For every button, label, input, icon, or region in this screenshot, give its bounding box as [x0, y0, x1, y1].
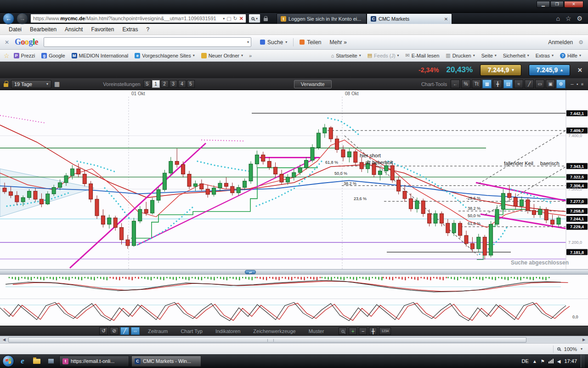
window-minimize-button[interactable]: ▁ [537, 1, 550, 8]
link-drucken[interactable]: ▥Drucken▾ [442, 51, 478, 61]
preset-button-s[interactable]: S [143, 80, 151, 88]
google-search-caret-icon[interactable]: ▾ [247, 40, 249, 44]
language-indicator[interactable]: DE [522, 358, 529, 364]
panel-layout-icons[interactable]: ─ ▪ ≡ [571, 82, 584, 86]
windows-explorer-icon[interactable] [31, 356, 43, 367]
taskbar-button-cmc-markets-win[interactable]: CCMC Markets - Win... [131, 356, 201, 367]
search-button[interactable]: ▾ [249, 14, 260, 23]
back-arrow-icon[interactable]: ← [451, 80, 460, 88]
menu-item-extras[interactable]: Extras [118, 25, 142, 34]
home-icon[interactable]: ⌂ [556, 15, 560, 22]
zoom-caret-icon[interactable]: ▾ [581, 347, 582, 351]
settings-gear-icon[interactable]: ⚙ [577, 15, 582, 22]
zoom-out-icon[interactable]: − [359, 328, 367, 335]
scroll-right-arrow[interactable]: ▶ [580, 337, 588, 343]
scrollbar-thumb[interactable] [8, 337, 526, 343]
tab-close-icon[interactable]: ✕ [444, 17, 448, 22]
favorite-vorgeschlagene-sites[interactable]: eVorgeschlagene Sites▾ [131, 51, 198, 61]
back-button[interactable]: ← [3, 13, 14, 24]
anmelden-link[interactable]: Anmelden [548, 39, 573, 46]
measure-icon[interactable]: 1234 [379, 328, 391, 335]
preset-button-4[interactable]: 4 [178, 80, 186, 88]
price-chart[interactable]: 01 Okt08 Okt7.442,17.409,77.400,07.343,1… [0, 90, 588, 269]
fit-view-icon[interactable]: ╋ [369, 328, 377, 335]
internet-explorer-icon[interactable]: e [17, 356, 28, 367]
button-zeichenwerkzeuge[interactable]: Zeichenwerkzeuge [248, 328, 300, 334]
menu-item-ansicht[interactable]: Ansicht [61, 25, 87, 34]
calendar-icon[interactable]: ▦ [54, 80, 60, 87]
chart-lock-icon[interactable] [4, 83, 8, 87]
link-feeds-j[interactable]: ▤Feeds (J)▾ [364, 51, 402, 61]
disable-icon[interactable]: ⊘ [110, 327, 119, 335]
compatibility-icon[interactable]: ▢ [226, 16, 231, 22]
scroll-left-arrow[interactable]: ◀ [0, 337, 8, 343]
stop-icon[interactable]: ✕ [239, 16, 243, 22]
pan-icon[interactable]: ⇔ [131, 327, 140, 335]
taskbar-button-https-email-t-onli[interactable]: thttps://email.t-onli... [59, 356, 129, 367]
link-hilfe[interactable]: ?Hilfe▾ [557, 51, 584, 61]
favorite-google[interactable]: gGoogle [38, 51, 68, 61]
link-e-mail-lesen[interactable]: ✉E-Mail lesen [402, 51, 443, 61]
preset-button-5[interactable]: 5 [187, 80, 195, 88]
add-favorite-icon[interactable]: ☆ [4, 52, 10, 59]
settings-icon[interactable]: ⚙ [556, 80, 565, 88]
link-seite[interactable]: Seite▾ [478, 51, 500, 61]
network-icon[interactable] [548, 359, 554, 363]
font-size-icon[interactable]: Tt [472, 80, 481, 88]
window-close-button[interactable]: ✕ [564, 1, 583, 8]
panel-resize-handle[interactable]: ▴▾ [245, 270, 256, 274]
address-dropdown-icon[interactable]: ▾ [223, 17, 225, 21]
action-center-icon[interactable]: ⚑ [541, 359, 545, 364]
verwandte-button[interactable]: Verwandte [294, 80, 332, 88]
toolbar-close-icon[interactable]: ✕ [5, 39, 9, 46]
draw-icon[interactable]: ╱ [120, 327, 129, 335]
zoom-level[interactable]: 100% [564, 346, 577, 352]
address-bar[interactable]: https://www.mycmc.de/Main.html?launchpoi… [30, 14, 246, 23]
crosshair-icon[interactable]: ╋ [493, 80, 502, 88]
button-indikatoren[interactable]: Indikatoren [210, 328, 245, 334]
favorite-medion-international[interactable]: MMEDION International [68, 51, 132, 61]
trendline-icon[interactable]: ╱ [525, 80, 534, 88]
wrench-icon[interactable]: ⚙ [578, 39, 583, 46]
grid-icon[interactable]: ▦ [482, 80, 492, 88]
teilen-button[interactable]: Teilen [295, 37, 325, 48]
mehr-button[interactable]: Mehr » [326, 37, 351, 48]
show-desktop-button[interactable] [581, 355, 585, 368]
clock[interactable]: 17:47 [564, 358, 577, 364]
favorites-star-icon[interactable]: ☆ [565, 15, 571, 22]
preset-button-3[interactable]: 3 [170, 80, 177, 88]
button-muster[interactable]: Muster [304, 328, 329, 334]
reset-icon[interactable]: ↺ [99, 327, 108, 335]
horizontal-scrollbar[interactable]: ◀ ▶ [0, 336, 588, 343]
preset-button-1[interactable]: 1 [152, 80, 160, 88]
google-search-box[interactable]: ▾ [44, 37, 251, 47]
tab-cmc-markets[interactable]: CCMC Markets✕ [367, 13, 452, 24]
favorite-prezzi[interactable]: PPrezzi [11, 51, 39, 61]
print-icon[interactable]: ▣ [546, 80, 555, 88]
menu-item-item[interactable]: ? [142, 25, 153, 34]
menu-item-bearbeiten[interactable]: Bearbeiten [26, 25, 61, 34]
buy-price-button[interactable]: 7.245,9▴ [529, 64, 570, 76]
percent-icon[interactable]: % [461, 80, 470, 88]
google-search-input[interactable] [46, 39, 247, 46]
shapes-icon[interactable]: ▭ [535, 80, 544, 88]
chart-type-icon[interactable]: ▤ [503, 80, 513, 88]
tab-loggen-sie-sich-in-ihr-konto-ei[interactable]: tLoggen Sie sich in Ihr Konto ei... [277, 13, 367, 24]
refresh-icon[interactable]: ↻ [233, 16, 237, 22]
button-chart-typ[interactable]: Chart Typ [175, 328, 208, 334]
volume-icon[interactable]: ◀ [557, 359, 561, 364]
indicators-icon[interactable]: ≈ [514, 80, 523, 88]
application-icon[interactable] [45, 356, 57, 367]
favorite-neuer-ordner[interactable]: Neuer Ordner▾ [198, 51, 246, 61]
close-instrument-icon[interactable]: ✕ [577, 67, 582, 74]
google-suche-button[interactable]: Suche▾ [256, 37, 291, 48]
button-zeitraum[interactable]: Zeitraum [143, 328, 173, 334]
period-select[interactable]: 19 Tage▾ [11, 80, 51, 88]
sell-price-button[interactable]: 7.244,9▾ [480, 64, 521, 76]
favorites-overflow-chevron[interactable]: » [246, 53, 254, 58]
menu-item-datei[interactable]: Datei [5, 25, 26, 34]
link-startseite[interactable]: ⌂Startseite▾ [328, 51, 364, 61]
zoom-in-icon[interactable]: + [349, 328, 357, 335]
link-extras[interactable]: Extras▾ [532, 51, 557, 61]
window-maximize-button[interactable]: ❐ [550, 1, 564, 8]
